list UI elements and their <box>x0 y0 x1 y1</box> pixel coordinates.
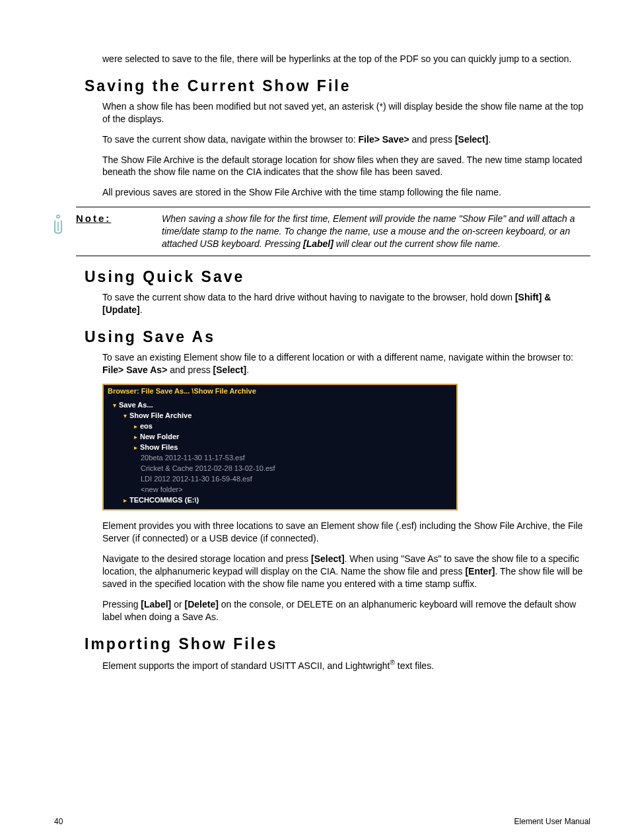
tree-file[interactable]: LDI 2012 2012-11-30 16-59-48.esf <box>104 473 456 484</box>
heading-importing: Importing Show Files <box>85 635 590 653</box>
browser-title: Browser: File Save As... \Show File Arch… <box>104 385 456 397</box>
saveas-p3: Navigate to the desired storage location… <box>102 553 590 590</box>
heading-saveas: Using Save As <box>85 328 590 346</box>
tree-new-folder[interactable]: New Folder <box>104 431 456 442</box>
chevron-down-icon <box>113 401 119 409</box>
tree-eos[interactable]: eos <box>104 421 456 431</box>
tree-techcom[interactable]: TECHCOMMGS (E:\) <box>104 495 456 505</box>
chevron-right-icon <box>134 433 140 440</box>
browser-panel: Browser: File Save As... \Show File Arch… <box>102 384 458 510</box>
tree-save-as[interactable]: Save As... <box>104 400 456 410</box>
tree-file[interactable]: 20beta 2012-11-30 11-17-53.esf <box>104 452 456 463</box>
tree-new-folder-placeholder[interactable]: <new folder> <box>104 484 456 495</box>
saving-p1: When a show file has been modified but n… <box>102 100 590 125</box>
chevron-down-icon <box>123 411 129 419</box>
saving-p4: All previous saves are stored in the Sho… <box>102 186 590 199</box>
heading-quicksave: Using Quick Save <box>85 268 590 286</box>
manual-title: Element User Manual <box>514 817 590 826</box>
browser-tree: Save As... Show File Archive eos New Fol… <box>104 397 456 509</box>
note-block: Note: When saving a show file for the fi… <box>76 207 590 256</box>
saveas-p4: Pressing [Label] or [Delete] on the cons… <box>102 598 590 623</box>
info-icon <box>50 213 76 236</box>
saveas-p1: To save an existing Element show file to… <box>102 351 590 376</box>
quicksave-p1: To save the current show data to the har… <box>102 291 590 316</box>
note-body: When saving a show file for the first ti… <box>162 213 590 250</box>
page-footer: 40 Element User Manual <box>54 817 590 826</box>
importing-p1: Element supports the import of standard … <box>102 658 590 672</box>
intro-paragraph: were selected to save to the file, there… <box>102 53 590 65</box>
chevron-right-icon <box>134 443 140 451</box>
chevron-right-icon <box>134 422 140 430</box>
tree-show-archive[interactable]: Show File Archive <box>104 410 456 421</box>
page-number: 40 <box>54 817 63 826</box>
note-label: Note: <box>76 213 162 224</box>
chevron-right-icon <box>123 496 129 504</box>
tree-show-files[interactable]: Show Files <box>104 442 456 452</box>
svg-point-0 <box>57 215 59 218</box>
heading-saving: Saving the Current Show File <box>85 77 590 95</box>
saving-p3: The Show File Archive is the default sto… <box>102 154 590 179</box>
saving-p2: To save the current show data, navigate … <box>102 133 590 146</box>
saveas-p2: Element provides you with three location… <box>102 520 590 545</box>
tree-file[interactable]: Cricket & Cache 2012-02-28 13-02-10.esf <box>104 463 456 473</box>
